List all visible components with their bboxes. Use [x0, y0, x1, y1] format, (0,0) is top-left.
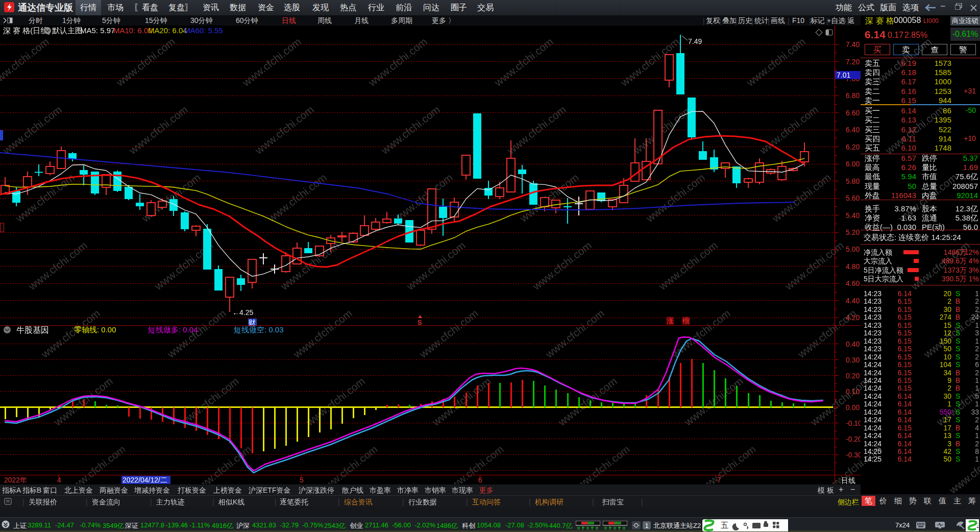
svg-text:牛股基因: 牛股基因 — [16, 326, 49, 334]
svg-text:深 赛 格(日线): 深 赛 格(日线) — [3, 26, 51, 35]
svg-text:短线做空: 0.03: 短线做空: 0.03 — [234, 325, 284, 334]
svg-text:5.00: 5.00 — [846, 245, 860, 253]
svg-text:榴: 榴 — [682, 317, 690, 325]
svg-text:-0.20: -0.20 — [846, 435, 861, 443]
svg-text:6: 6 — [478, 476, 482, 484]
svg-text:←4.25: ←4.25 — [232, 308, 253, 317]
svg-text:4.60: 4.60 — [846, 279, 860, 287]
svg-text:2022/04/12/二: 2022/04/12/二 — [122, 476, 167, 484]
svg-text:7.40: 7.40 — [846, 40, 860, 49]
svg-text:MA5: 5.97: MA5: 5.97 — [80, 26, 115, 35]
svg-text:7.20: 7.20 — [846, 58, 860, 66]
svg-text:5.40: 5.40 — [846, 211, 860, 220]
svg-text:7.01: 7.01 — [837, 71, 850, 79]
svg-text:0.00: 0.00 — [846, 403, 860, 412]
svg-text:MA20: 6.04: MA20: 6.04 — [148, 26, 187, 35]
svg-text:5: 5 — [300, 476, 304, 484]
svg-text:1: 1 — [645, 522, 649, 529]
svg-text:0.10: 0.10 — [846, 388, 860, 396]
svg-text:0.20: 0.20 — [846, 372, 860, 380]
svg-text:日线: 日线 — [841, 476, 855, 484]
svg-text:6.80: 6.80 — [846, 91, 860, 100]
svg-text:4.20: 4.20 — [846, 313, 860, 322]
svg-text:0.30: 0.30 — [846, 356, 860, 364]
svg-text:5.60: 5.60 — [846, 194, 860, 202]
svg-text:6.00: 6.00 — [846, 160, 860, 168]
svg-text:6.60: 6.60 — [846, 109, 860, 117]
svg-text:5.80: 5.80 — [846, 177, 860, 185]
svg-text:2022年: 2022年 — [4, 476, 27, 484]
svg-text:涨: 涨 — [667, 317, 674, 325]
svg-text:6.20: 6.20 — [846, 143, 860, 151]
svg-text:0.40: 0.40 — [846, 340, 860, 348]
svg-text:-0.30: -0.30 — [846, 451, 861, 459]
svg-text:7.49: 7.49 — [688, 37, 702, 45]
svg-text:6.40: 6.40 — [846, 126, 860, 134]
svg-text:4.40: 4.40 — [846, 297, 860, 305]
svg-text:7: 7 — [717, 476, 721, 484]
svg-text:5.20: 5.20 — [846, 228, 860, 236]
svg-text:4.80: 4.80 — [846, 262, 860, 271]
svg-text:MA10: 6.00: MA10: 6.00 — [113, 26, 153, 35]
svg-text:零轴线: 0.00: 零轴线: 0.00 — [74, 325, 116, 334]
svg-text:-0.10: -0.10 — [846, 419, 861, 427]
svg-text:五: 五 — [721, 521, 728, 529]
svg-text:MA60: 5.55: MA60: 5.55 — [184, 26, 223, 35]
svg-text:默认主图: 默认主图 — [52, 26, 83, 35]
svg-text:4: 4 — [57, 476, 61, 484]
svg-text:短线做多: 0.04: 短线做多: 0.04 — [148, 325, 198, 334]
